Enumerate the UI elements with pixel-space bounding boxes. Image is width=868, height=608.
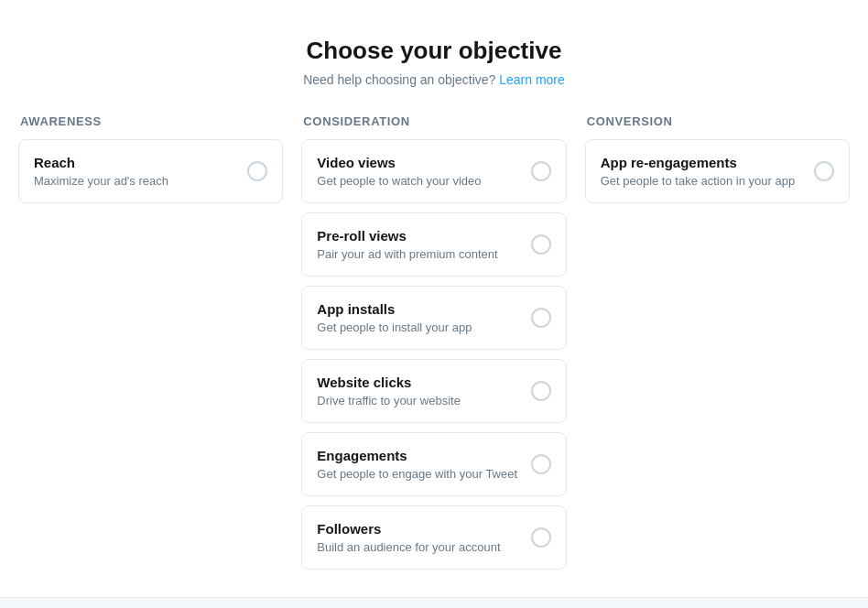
option-engagements[interactable]: Engagements Get people to engage with yo… xyxy=(301,432,566,496)
option-website-clicks-text: Website clicks Drive traffic to your web… xyxy=(317,375,530,407)
option-video-views-title: Video views xyxy=(317,155,521,170)
option-video-views[interactable]: Video views Get people to watch your vid… xyxy=(301,139,566,203)
columns-wrapper: Awareness Reach Maximize your ad's reach… xyxy=(18,114,850,579)
option-pre-roll-radio[interactable] xyxy=(531,234,551,255)
subtitle-text: Need help choosing an objective? xyxy=(303,72,495,87)
option-app-reengagements[interactable]: App re-engagements Get people to take ac… xyxy=(585,139,850,203)
option-video-views-radio[interactable] xyxy=(531,161,551,181)
option-app-reengagements-text: App re-engagements Get people to take ac… xyxy=(601,155,814,188)
option-app-reengagements-title: App re-engagements xyxy=(601,155,805,170)
option-app-installs-text: App installs Get people to install your … xyxy=(317,301,530,334)
option-video-views-desc: Get people to watch your video xyxy=(317,174,521,188)
option-pre-roll-text: Pre-roll views Pair your ad with premium… xyxy=(317,228,530,261)
option-pre-roll-title: Pre-roll views xyxy=(317,228,521,244)
option-app-reengagements-radio[interactable] xyxy=(814,161,834,181)
option-website-clicks-desc: Drive traffic to your website xyxy=(317,394,521,407)
option-engagements-text: Engagements Get people to engage with yo… xyxy=(317,448,530,481)
conversion-header: Conversion xyxy=(585,114,850,128)
option-reach[interactable]: Reach Maximize your ad's reach xyxy=(18,139,283,203)
option-pre-roll-desc: Pair your ad with premium content xyxy=(317,247,521,261)
option-app-installs-radio[interactable] xyxy=(531,308,551,328)
consideration-header: Consideration xyxy=(301,114,566,128)
conversion-column: Conversion App re-engagements Get people… xyxy=(585,114,850,212)
option-followers-desc: Build an audience for your account xyxy=(317,540,521,554)
option-app-reengagements-desc: Get people to take action in your app xyxy=(601,174,805,188)
option-engagements-desc: Get people to engage with your Tweet xyxy=(317,467,521,481)
option-website-clicks-radio[interactable] xyxy=(531,381,551,401)
option-reach-text: Reach Maximize your ad's reach xyxy=(34,155,247,188)
option-website-clicks[interactable]: Website clicks Drive traffic to your web… xyxy=(301,359,566,423)
option-reach-radio[interactable] xyxy=(247,161,267,181)
option-reach-title: Reach xyxy=(34,155,238,170)
page-title: Choose your objective xyxy=(18,37,850,65)
option-engagements-title: Engagements xyxy=(317,448,521,463)
option-app-installs[interactable]: App installs Get people to install your … xyxy=(301,286,566,350)
consideration-column: Consideration Video views Get people to … xyxy=(301,114,566,579)
page-subtitle: Need help choosing an objective? Learn m… xyxy=(18,72,850,87)
option-app-installs-title: App installs xyxy=(317,301,521,317)
option-followers-title: Followers xyxy=(317,521,521,537)
option-website-clicks-title: Website clicks xyxy=(317,375,521,390)
awareness-header: Awareness xyxy=(18,114,283,128)
option-pre-roll[interactable]: Pre-roll views Pair your ad with premium… xyxy=(301,212,566,277)
option-followers-text: Followers Build an audience for your acc… xyxy=(317,521,530,554)
awareness-column: Awareness Reach Maximize your ad's reach xyxy=(18,114,283,212)
option-video-views-text: Video views Get people to watch your vid… xyxy=(317,155,530,188)
option-followers-radio[interactable] xyxy=(531,527,551,548)
option-engagements-radio[interactable] xyxy=(531,454,551,474)
option-reach-desc: Maximize your ad's reach xyxy=(34,174,238,188)
learn-more-link[interactable]: Learn more xyxy=(499,72,565,87)
footer-bar: Cancel Next xyxy=(0,597,868,608)
option-app-installs-desc: Get people to install your app xyxy=(317,320,521,334)
option-followers[interactable]: Followers Build an audience for your acc… xyxy=(301,505,566,570)
